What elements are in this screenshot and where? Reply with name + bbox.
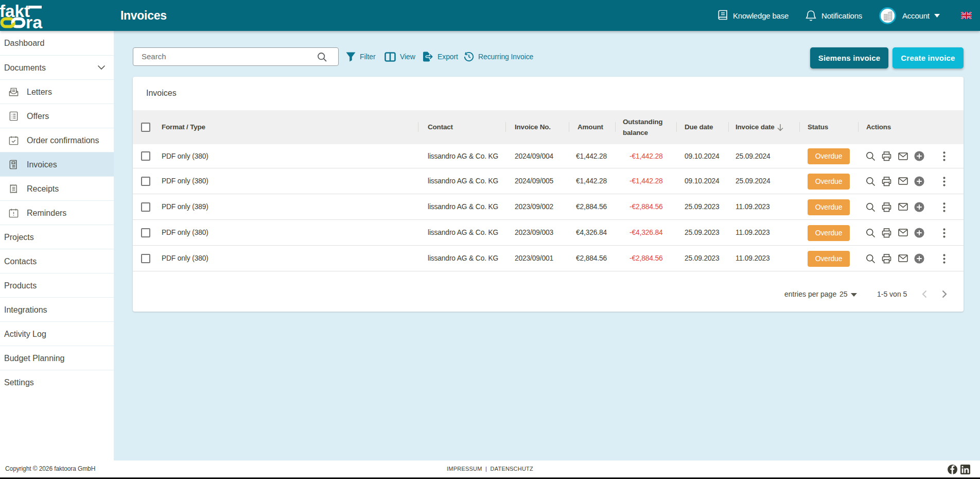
- svg-text:ra: ra: [26, 12, 43, 30]
